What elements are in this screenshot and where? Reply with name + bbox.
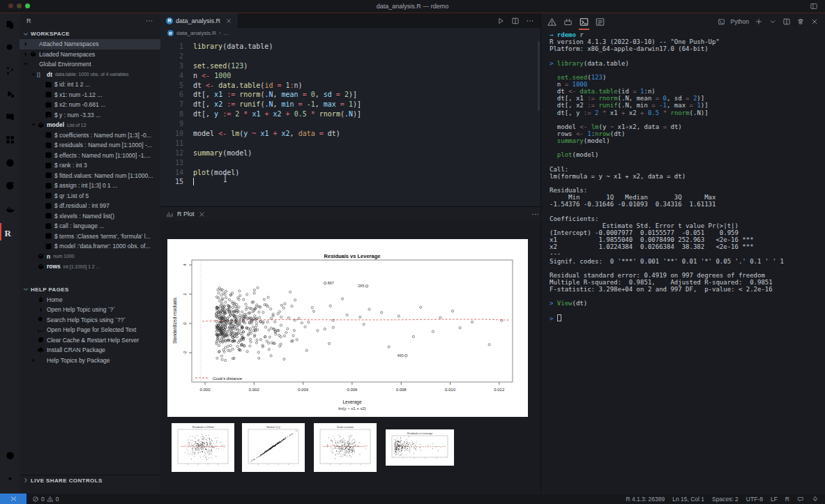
tree-item[interactable]: $ id: int 1 2 ...	[20, 79, 160, 90]
code-line[interactable]: 13	[160, 158, 540, 168]
help-item[interactable]: Open Help Topic using `?`	[20, 305, 160, 315]
breadcrumb-file[interactable]: data_analysis.R	[176, 30, 216, 36]
tree-item[interactable]: modelList of 12	[20, 120, 160, 130]
feedback-icon[interactable]	[797, 496, 804, 503]
activity-search[interactable]	[0, 36, 20, 59]
ports-tab-icon[interactable]	[563, 17, 573, 27]
code-line[interactable]: 12summary(model)	[160, 148, 540, 158]
tree-item[interactable]: $ residuals : Named num [1:1000] -...	[20, 140, 160, 151]
kill-terminal-icon[interactable]	[796, 17, 805, 26]
encoding-status[interactable]: UTF-8	[746, 496, 763, 503]
terminal-output[interactable]: → rdemo rR version 4.1.3 (2022-03-10) --…	[550, 31, 784, 321]
problems-tab-icon[interactable]	[547, 17, 557, 27]
help-item[interactable]: Home	[20, 295, 160, 305]
tree-item[interactable]: $ fitted.values: Named num [1:1000...	[20, 171, 160, 181]
plot-thumbnail-4[interactable]: Residuals vs Leverage	[386, 429, 454, 466]
tree-item[interactable]: Attached Namespaces	[20, 39, 160, 49]
code-line[interactable]: 5dt <- data.table(id = 1:n)	[160, 81, 540, 91]
split-terminal-icon[interactable]	[782, 17, 791, 26]
problems-status[interactable]: 0 0	[32, 496, 59, 503]
window-minimize-button[interactable]	[17, 3, 22, 8]
indentation-status[interactable]: Spaces: 2	[712, 496, 739, 503]
code-line[interactable]: 2	[160, 52, 540, 61]
tree-item[interactable]: [ ]dtdata.table: 1000 obs. of 4 variable…	[20, 70, 160, 80]
plot-thumbnail-1[interactable]: Residuals vs Fitted	[172, 423, 234, 472]
tab-data-analysis-r[interactable]: R data_analysis.R	[160, 13, 239, 28]
help-item[interactable]: Install CRAN Package	[20, 345, 160, 356]
window-controls[interactable]	[8, 3, 30, 8]
tree-item[interactable]: $ coefficients : Named num [1:3] -0...	[20, 130, 160, 141]
help-item[interactable]: Open Help Page for Selected Text	[20, 325, 160, 335]
tree-item[interactable]: Loaded Namespaces	[20, 49, 160, 60]
split-editor-icon[interactable]	[511, 17, 520, 25]
shell-label[interactable]: Python	[731, 18, 749, 25]
tree-item[interactable]: $ xlevels : Named list()	[20, 211, 160, 222]
help-item[interactable]: Help Topics by Package	[20, 356, 160, 366]
tree-item[interactable]: $ terms :Classes 'terms', 'formula' l...	[20, 231, 160, 242]
plot-more-actions-icon[interactable]	[531, 211, 539, 218]
code-line[interactable]: 6dt[, x1 := rnorm(.N, mean = 0, sd = 2)]	[160, 90, 540, 100]
editor-scrollbar[interactable]	[538, 41, 540, 111]
code-line[interactable]: 1library(data.table)	[160, 42, 540, 52]
tree-item[interactable]: $ df.residual : int 997	[20, 201, 160, 211]
code-line[interactable]: 9	[160, 119, 540, 129]
code-line[interactable]: 15	[160, 177, 540, 187]
tree-item[interactable]: $ assign : int [1:3] 0 1 ...	[20, 181, 160, 191]
breadcrumb[interactable]: R data_analysis.R › ...	[160, 28, 547, 38]
activity-extensions[interactable]	[0, 128, 20, 151]
tree-item[interactable]: $ x2: num -0.681 ...	[20, 100, 160, 110]
code-editor[interactable]: 1library(data.table)23set.seed(123)4n <-…	[160, 38, 540, 210]
remote-indicator[interactable]	[0, 494, 27, 504]
code-line[interactable]: 7dt[, x2 := runif(.N, min = -1, max = 1)…	[160, 100, 540, 109]
activity-github[interactable]	[0, 151, 20, 174]
plot-thumbnail-2[interactable]: Normal Q-Q	[242, 423, 305, 472]
activity-manage-settings[interactable]	[0, 467, 20, 490]
activity-source-control[interactable]	[0, 59, 20, 82]
run-source-icon[interactable]	[497, 17, 505, 25]
sidebar-more-actions-icon[interactable]	[145, 17, 153, 25]
plot-thumbnail-3[interactable]: Scale-Location	[314, 423, 377, 472]
notifications-bell-icon[interactable]	[812, 496, 819, 503]
tree-item[interactable]: $ y : num -3.33 ...	[20, 110, 160, 121]
terminal-tab-icon[interactable]	[579, 17, 589, 27]
new-terminal-icon[interactable]	[755, 17, 763, 26]
tab-close-icon[interactable]	[225, 17, 232, 24]
close-panel-icon[interactable]	[810, 17, 819, 26]
tree-item[interactable]: $ x1: num -1.12 ...	[20, 90, 160, 100]
help-item[interactable]: Clear Cache & Restart Help Server	[20, 335, 160, 346]
tree-item[interactable]: rowsint [1:1000] 1 2 ...	[20, 261, 160, 272]
code-line[interactable]: 10model <- lm(y ~ x1 + x2, data = dt)	[160, 129, 540, 139]
activity-accounts[interactable]	[0, 444, 20, 467]
activity-r-tools[interactable]: R	[0, 220, 20, 243]
activity-docker[interactable]	[0, 197, 20, 220]
plot-close-icon[interactable]	[198, 211, 206, 218]
output-tab-icon[interactable]	[595, 17, 605, 27]
section-help-pages[interactable]: HELP PAGES	[20, 284, 160, 295]
window-zoom-button[interactable]	[25, 3, 30, 8]
r-version-status[interactable]: R 4.1.3: 26389	[626, 496, 665, 503]
help-item[interactable]: Search Help Topics using `??`	[20, 315, 160, 326]
activity-remote-explorer[interactable]	[0, 105, 20, 128]
activity-explorer[interactable]	[0, 13, 20, 36]
tree-item[interactable]: $ rank : int 3	[20, 160, 160, 171]
window-close-button[interactable]	[8, 3, 13, 8]
tree-item[interactable]: $ call : language ...	[20, 221, 160, 231]
section-workspace[interactable]: WORKSPACE	[20, 29, 160, 39]
code-line[interactable]: 4n <- 1000	[160, 71, 540, 81]
terminal-dropdown-icon[interactable]	[769, 17, 777, 26]
customize-layout-icon[interactable]	[810, 2, 818, 10]
code-line[interactable]: 8dt[, y := 2 * x1 + x2 + 0.5 * rnorm(.N)…	[160, 109, 540, 119]
language-mode-status[interactable]: R	[785, 496, 789, 503]
section-live-share-controls[interactable]: LIVE SHARE CONTROLS	[20, 475, 160, 485]
tree-item[interactable]: nnum 1000	[20, 252, 160, 262]
tree-item[interactable]: Global Environment	[20, 59, 160, 70]
r-plot-tab-label[interactable]: R Plot	[177, 211, 195, 217]
activity-live-share[interactable]	[0, 174, 20, 197]
eol-status[interactable]: LF	[771, 496, 778, 503]
code-line[interactable]: 3set.seed(123)	[160, 61, 540, 71]
tree-item[interactable]: $ model :'data.frame': 1000 obs. of...	[20, 241, 160, 252]
activity-run-and-debug[interactable]	[0, 82, 20, 105]
tree-item[interactable]: $ qr :List of 5	[20, 191, 160, 201]
breadcrumb-symbol[interactable]: ...	[224, 30, 229, 36]
code-line[interactable]: 11	[160, 139, 540, 148]
